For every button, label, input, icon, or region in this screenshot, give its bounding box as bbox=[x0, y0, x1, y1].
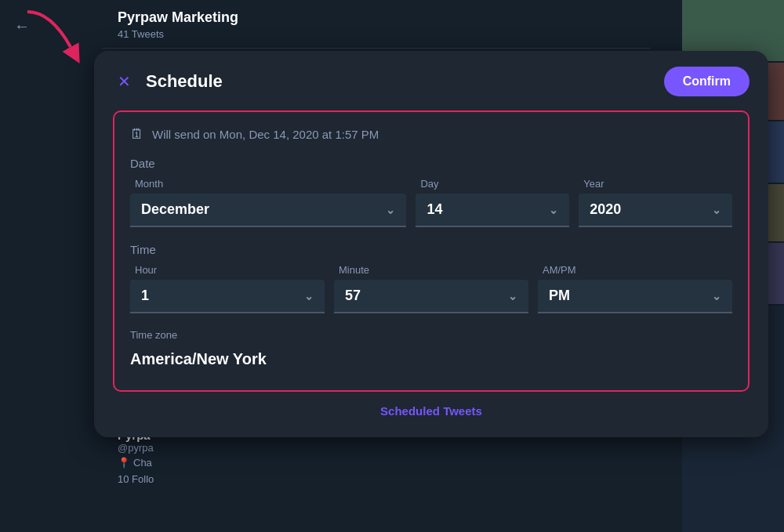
hour-dropdown[interactable]: 1 ⌄ bbox=[130, 280, 325, 313]
schedule-content-box: 🗓 Will send on Mon, Dec 14, 2020 at 1:57… bbox=[113, 110, 750, 392]
year-value: 2020 bbox=[590, 201, 621, 218]
modal-header-left: ✕ Schedule bbox=[113, 71, 223, 92]
ampm-value: PM bbox=[549, 288, 570, 304]
month-chevron-icon: ⌄ bbox=[386, 204, 395, 216]
day-dropdown-group: Day 14 ⌄ bbox=[416, 178, 569, 227]
day-dropdown[interactable]: 14 ⌄ bbox=[416, 194, 569, 227]
year-label: Year bbox=[579, 178, 732, 190]
ampm-label: AM/PM bbox=[538, 264, 732, 276]
month-dropdown-group: Month December ⌄ bbox=[130, 178, 406, 227]
ampm-chevron-icon: ⌄ bbox=[712, 290, 721, 302]
location-icon: 📍 bbox=[118, 457, 130, 469]
timezone-section: Time zone America/New York bbox=[130, 329, 732, 375]
ampm-dropdown-group: AM/PM PM ⌄ bbox=[538, 264, 732, 313]
hour-value: 1 bbox=[141, 288, 149, 304]
close-button[interactable]: ✕ bbox=[113, 71, 135, 92]
date-dropdowns-row: Month December ⌄ Day 14 ⌄ Year 2020 bbox=[130, 178, 732, 227]
timezone-value: America/New York bbox=[130, 344, 732, 375]
back-button[interactable]: ← bbox=[14, 17, 30, 35]
profile-header: Pyrpaw Marketing 41 Tweets bbox=[102, 0, 651, 49]
year-dropdown[interactable]: 2020 ⌄ bbox=[579, 194, 732, 227]
send-text: Will send on Mon, Dec 14, 2020 at 1:57 P… bbox=[152, 128, 379, 141]
hour-label: Hour bbox=[130, 264, 325, 276]
modal-title: Schedule bbox=[146, 71, 223, 92]
modal-header: ✕ Schedule Confirm bbox=[113, 67, 750, 96]
minute-dropdown-group: Minute 57 ⌄ bbox=[334, 264, 528, 313]
date-section-label: Date bbox=[130, 157, 732, 170]
confirm-button[interactable]: Confirm bbox=[664, 67, 750, 96]
scheduled-tweets-section: Scheduled Tweets bbox=[113, 404, 750, 418]
scheduled-tweets-link[interactable]: Scheduled Tweets bbox=[380, 404, 482, 418]
ampm-dropdown[interactable]: PM ⌄ bbox=[538, 280, 732, 313]
month-value: December bbox=[141, 201, 209, 218]
tweet-count: 41 Tweets bbox=[118, 28, 635, 40]
timezone-label: Time zone bbox=[130, 329, 732, 341]
profile-name: Pyrpaw Marketing bbox=[118, 9, 635, 26]
minute-dropdown[interactable]: 57 ⌄ bbox=[334, 280, 528, 313]
hour-chevron-icon: ⌄ bbox=[304, 290, 314, 302]
year-dropdown-group: Year 2020 ⌄ bbox=[579, 178, 732, 227]
send-info-row: 🗓 Will send on Mon, Dec 14, 2020 at 1:57… bbox=[130, 126, 732, 143]
year-chevron-icon: ⌄ bbox=[712, 204, 721, 216]
time-section-label: Time bbox=[130, 243, 732, 256]
month-dropdown[interactable]: December ⌄ bbox=[130, 194, 406, 227]
minute-chevron-icon: ⌄ bbox=[508, 290, 517, 302]
month-label: Month bbox=[130, 178, 406, 190]
profile-location: 📍 Cha bbox=[118, 457, 154, 469]
profile-handle: @pyrpa bbox=[118, 442, 154, 454]
minute-value: 57 bbox=[345, 288, 361, 304]
schedule-modal: ✕ Schedule Confirm 🗓 Will send on Mon, D… bbox=[94, 51, 768, 437]
profile-stats: 10 Follo bbox=[118, 473, 154, 485]
calendar-icon: 🗓 bbox=[130, 126, 144, 143]
day-value: 14 bbox=[426, 201, 442, 218]
day-label: Day bbox=[416, 178, 569, 190]
day-chevron-icon: ⌄ bbox=[549, 204, 558, 216]
time-dropdowns-row: Hour 1 ⌄ Minute 57 ⌄ AM/PM PM ⌄ bbox=[130, 264, 732, 313]
hour-dropdown-group: Hour 1 ⌄ bbox=[130, 264, 325, 313]
minute-label: Minute bbox=[334, 264, 528, 276]
